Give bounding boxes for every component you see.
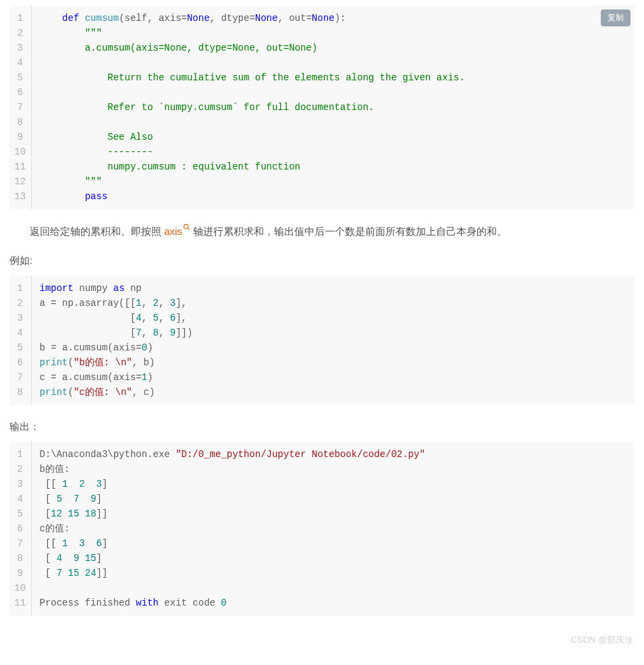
code-content — [31, 55, 635, 70]
code-content: numpy.cumsum : equivalent function — [31, 159, 635, 174]
line-number: 8 — [9, 385, 31, 405]
para-text-before: 返回给定轴的累积和。即按照 — [30, 225, 164, 237]
code-table-1: 1 def cumsum(self, axis=None, dtype=None… — [9, 5, 635, 209]
code-block-2: 1import numpy as np2a = np.asarray([[1, … — [9, 275, 635, 405]
code-content: print("b的值: \n", b) — [31, 355, 635, 370]
line-number: 7 — [9, 370, 31, 385]
code-content: D:\Anaconda3\python.exe "D:/0_me_python/… — [31, 442, 635, 462]
watermark: CSDN @郭庆汝 — [9, 629, 635, 651]
line-number: 1 — [9, 442, 31, 462]
search-icon — [183, 223, 190, 231]
line-number: 4 — [9, 55, 31, 70]
line-number: 13 — [9, 189, 31, 209]
code-content: [12 15 18]] — [31, 506, 635, 521]
code-block-1: 复制 1 def cumsum(self, axis=None, dtype=N… — [9, 5, 635, 209]
code-content: See Also — [31, 130, 635, 144]
code-line: 3 [4, 5, 6], — [9, 311, 635, 325]
code-line: 2a = np.asarray([[1, 2, 3], — [9, 296, 635, 311]
code-content: [ 7 15 24]] — [31, 566, 635, 581]
line-number: 3 — [9, 477, 31, 491]
line-number: 3 — [9, 311, 31, 325]
line-number: 5 — [9, 70, 31, 85]
line-number: 10 — [9, 581, 31, 595]
code-content: """ — [31, 26, 635, 41]
code-content: a = np.asarray([[1, 2, 3], — [31, 296, 635, 311]
line-number: 10 — [9, 144, 31, 159]
code-content: import numpy as np — [31, 275, 635, 296]
line-number: 12 — [9, 174, 31, 189]
line-number: 11 — [9, 159, 31, 174]
code-content: [7, 8, 9]]) — [31, 325, 635, 340]
code-line: 4 [7, 8, 9]]) — [9, 325, 635, 340]
code-content: c = a.cumsum(axis=1) — [31, 370, 635, 385]
line-number: 6 — [9, 521, 31, 536]
line-number: 9 — [9, 566, 31, 581]
code-content: [[ 1 3 6] — [31, 536, 635, 551]
line-number: 4 — [9, 325, 31, 340]
code-content: Process finished with exit code 0 — [31, 595, 635, 616]
code-content: b的值: — [31, 462, 635, 477]
code-content: pass — [31, 189, 635, 209]
code-content: [ 5 7 9] — [31, 491, 635, 506]
svg-point-0 — [184, 224, 188, 228]
code-line: 13 pass — [9, 189, 635, 209]
code-line: 9 [ 7 15 24]] — [9, 566, 635, 581]
code-content: Return the cumulative sum of the element… — [31, 70, 635, 85]
code-line: 10 -------- — [9, 144, 635, 159]
code-line: 6print("b的值: \n", b) — [9, 355, 635, 370]
code-content: def cumsum(self, axis=None, dtype=None, … — [31, 5, 635, 26]
code-content: -------- — [31, 144, 635, 159]
code-line: 2b的值: — [9, 462, 635, 477]
code-content — [31, 85, 635, 100]
line-number: 9 — [9, 130, 31, 144]
description-paragraph: 返回给定轴的累积和。即按照 axis 轴进行累积求和，输出值中后一个数是前面所有… — [9, 223, 635, 240]
line-number: 7 — [9, 536, 31, 551]
code-line: 8 [ 4 9 15] — [9, 551, 635, 566]
code-table-2: 1import numpy as np2a = np.asarray([[1, … — [9, 275, 635, 405]
line-number: 8 — [9, 551, 31, 566]
line-number: 7 — [9, 100, 31, 115]
copy-button[interactable]: 复制 — [601, 9, 630, 26]
code-content: [[ 1 2 3] — [31, 477, 635, 491]
line-number: 2 — [9, 296, 31, 311]
line-number: 8 — [9, 115, 31, 130]
code-line: 6c的值: — [9, 521, 635, 536]
code-content: """ — [31, 174, 635, 189]
code-line: 5b = a.cumsum(axis=0) — [9, 340, 635, 355]
code-line: 7 Refer to `numpy.cumsum` for full docum… — [9, 100, 635, 115]
code-content: a.cumsum(axis=None, dtype=None, out=None… — [31, 41, 635, 55]
code-content: [4, 5, 6], — [31, 311, 635, 325]
code-line: 8print("c的值: \n", c) — [9, 385, 635, 405]
code-content: c的值: — [31, 521, 635, 536]
axis-link[interactable]: axis — [164, 225, 182, 237]
code-content — [31, 115, 635, 130]
code-content: [ 4 9 15] — [31, 551, 635, 566]
code-line: 1D:\Anaconda3\python.exe "D:/0_me_python… — [9, 442, 635, 462]
code-line: 12 """ — [9, 174, 635, 189]
code-line: 11Process finished with exit code 0 — [9, 595, 635, 616]
code-table-3: 1D:\Anaconda3\python.exe "D:/0_me_python… — [9, 442, 635, 616]
code-line: 1import numpy as np — [9, 275, 635, 296]
code-line: 1 def cumsum(self, axis=None, dtype=None… — [9, 5, 635, 26]
code-line: 10 — [9, 581, 635, 595]
code-line: 3 a.cumsum(axis=None, dtype=None, out=No… — [9, 41, 635, 55]
code-line: 4 — [9, 55, 635, 70]
code-line: 6 — [9, 85, 635, 100]
code-line: 2 """ — [9, 26, 635, 41]
code-line: 7 [[ 1 3 6] — [9, 536, 635, 551]
code-line: 5 [12 15 18]] — [9, 506, 635, 521]
code-content: b = a.cumsum(axis=0) — [31, 340, 635, 355]
line-number: 5 — [9, 506, 31, 521]
line-number: 11 — [9, 595, 31, 616]
line-number: 4 — [9, 491, 31, 506]
code-content: print("c的值: \n", c) — [31, 385, 635, 405]
code-block-3: 1D:\Anaconda3\python.exe "D:/0_me_python… — [9, 442, 635, 616]
code-line: 8 — [9, 115, 635, 130]
line-number: 6 — [9, 85, 31, 100]
line-number: 5 — [9, 340, 31, 355]
example-heading: 例如: — [9, 252, 635, 269]
para-text-after: 轴进行累积求和，输出值中后一个数是前面所有数加上自己本身的和。 — [190, 225, 507, 237]
code-line: 7c = a.cumsum(axis=1) — [9, 370, 635, 385]
code-line: 9 See Also — [9, 130, 635, 144]
line-number: 6 — [9, 355, 31, 370]
